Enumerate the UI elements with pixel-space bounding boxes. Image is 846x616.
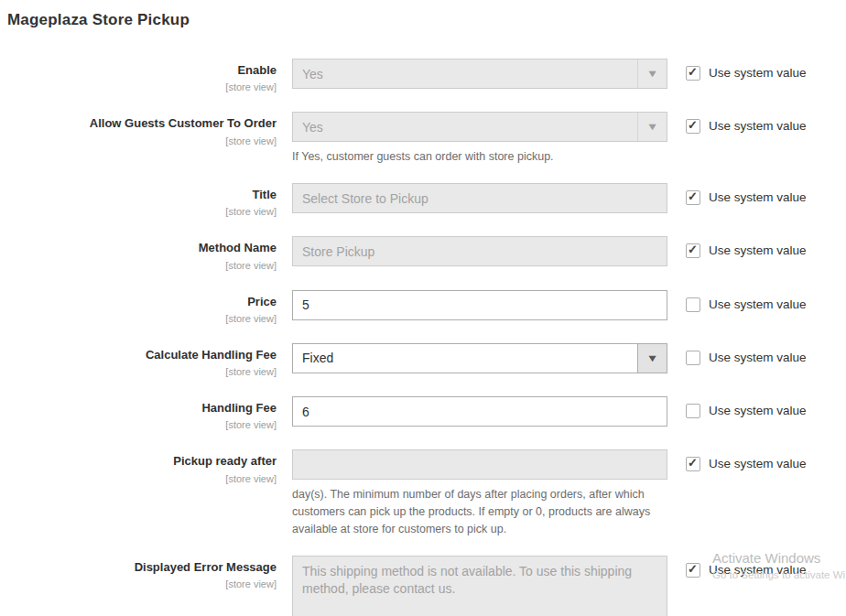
enable-select: Yes ▼ <box>292 59 667 89</box>
use-system-value-label[interactable]: Use system value <box>709 351 807 365</box>
field-row-calculate-handling-fee: Calculate Handling Fee [store view] Fixe… <box>0 343 846 379</box>
field-scope: [store view] <box>225 206 277 217</box>
chevron-down-icon: ▼ <box>637 344 667 373</box>
page-title: Mageplaza Store Pickup <box>7 11 846 29</box>
field-row-enable: Enable [store view] Yes ▼ ✓ Use system v… <box>0 59 846 94</box>
field-label-enable: Enable <box>0 63 277 78</box>
field-note: If Yes, customer guests can order with s… <box>292 148 667 166</box>
pickup-ready-after-input <box>292 449 667 480</box>
field-scope: [store view] <box>225 578 277 589</box>
checkmark-icon: ✓ <box>688 189 698 204</box>
checkmark-icon: ✓ <box>688 562 698 577</box>
use-system-value-checkbox[interactable]: ✓ <box>686 351 700 365</box>
calculate-handling-fee-select[interactable]: Fixed ▼ <box>292 343 667 373</box>
field-row-price: Price [store view] ✓ Use system value <box>0 290 846 326</box>
checkmark-icon: ✓ <box>688 456 698 470</box>
field-scope: [store view] <box>225 313 277 324</box>
field-label-title: Title <box>0 188 277 202</box>
use-system-value-label[interactable]: Use system value <box>709 66 807 81</box>
use-system-value-checkbox[interactable]: ✓ <box>686 404 700 418</box>
chevron-down-icon: ▼ <box>637 59 667 88</box>
use-system-value-checkbox[interactable]: ✓ <box>686 119 700 134</box>
price-input[interactable] <box>292 290 667 320</box>
field-label-pickup-ready-after: Pickup ready after <box>0 454 277 469</box>
field-label-method-name: Method Name <box>0 241 277 255</box>
field-row-allow-guests: Allow Guests Customer To Order [store vi… <box>0 112 846 166</box>
field-row-handling-fee: Handling Fee [store view] ✓ Use system v… <box>0 396 846 432</box>
field-note: day(s). The minimum number of days after… <box>292 486 667 537</box>
store-pickup-config-form: Enable [store view] Yes ▼ ✓ Use system v… <box>0 59 846 616</box>
use-system-value-checkbox[interactable]: ✓ <box>686 190 700 205</box>
use-system-value-checkbox[interactable]: ✓ <box>686 243 700 258</box>
field-label-allow-guests: Allow Guests Customer To Order <box>0 116 277 131</box>
use-system-value-label[interactable]: Use system value <box>709 190 807 205</box>
use-system-value-label[interactable]: Use system value <box>709 297 807 312</box>
chevron-down-icon: ▼ <box>637 113 667 141</box>
field-scope: [store view] <box>225 473 277 484</box>
use-system-value-label[interactable]: Use system value <box>709 119 807 134</box>
checkmark-icon: ✓ <box>688 65 698 80</box>
enable-select-value: Yes <box>293 59 637 88</box>
field-label-calculate-handling-fee: Calculate Handling Fee <box>0 348 277 362</box>
use-system-value-label[interactable]: Use system value <box>709 457 807 471</box>
displayed-error-message-textarea: This shipping method is not available. T… <box>292 556 667 616</box>
use-system-value-label[interactable]: Use system value <box>709 563 807 578</box>
handling-fee-input[interactable] <box>292 396 667 427</box>
field-row-method-name: Method Name [store view] ✓ Use system va… <box>0 236 846 272</box>
field-scope: [store view] <box>225 260 277 271</box>
use-system-value-label[interactable]: Use system value <box>709 243 807 258</box>
title-input <box>292 183 667 213</box>
field-label-displayed-error-message: Displayed Error Message <box>0 560 277 575</box>
use-system-value-label[interactable]: Use system value <box>709 404 807 418</box>
allow-guests-select: Yes ▼ <box>292 112 667 142</box>
field-scope: [store view] <box>225 135 277 146</box>
field-row-pickup-ready-after: Pickup ready after [store view] day(s). … <box>0 449 846 537</box>
checkmark-icon: ✓ <box>688 243 698 257</box>
allow-guests-select-value: Yes <box>293 113 637 141</box>
field-label-price: Price <box>0 295 277 309</box>
use-system-value-checkbox[interactable]: ✓ <box>686 457 700 471</box>
field-scope: [store view] <box>225 81 277 92</box>
calculate-handling-fee-select-value: Fixed <box>293 344 637 373</box>
field-scope: [store view] <box>225 366 277 377</box>
method-name-input <box>292 236 667 266</box>
use-system-value-checkbox[interactable]: ✓ <box>686 297 700 312</box>
field-label-handling-fee: Handling Fee <box>0 401 277 416</box>
checkmark-icon: ✓ <box>688 118 698 133</box>
use-system-value-checkbox[interactable]: ✓ <box>686 563 700 578</box>
field-row-displayed-error-message: Displayed Error Message [store view] Thi… <box>0 556 846 616</box>
use-system-value-checkbox[interactable]: ✓ <box>686 66 700 81</box>
field-row-title: Title [store view] ✓ Use system value <box>0 183 846 219</box>
field-scope: [store view] <box>225 419 277 430</box>
